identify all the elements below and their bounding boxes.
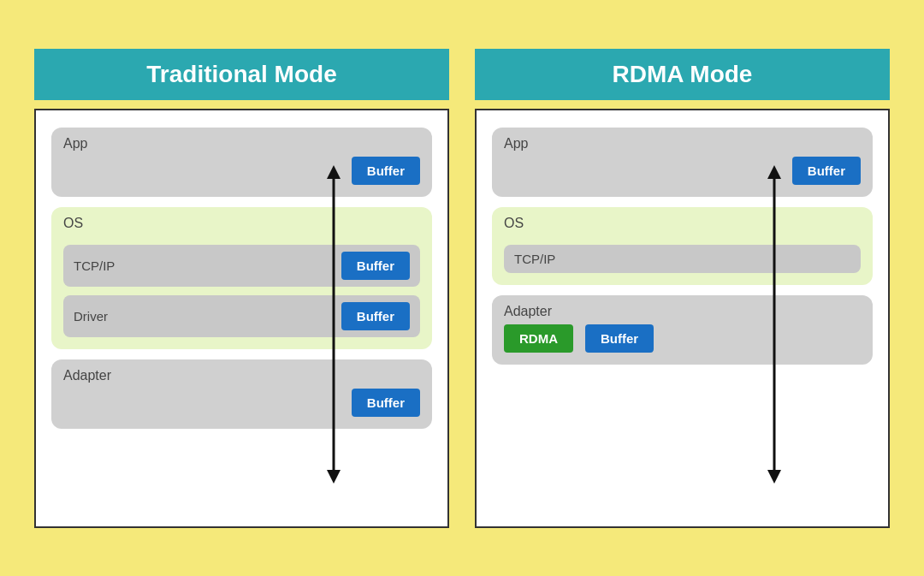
rdma-app-buffer: Buffer bbox=[792, 157, 861, 185]
rdma-tcpip-label: TCP/IP bbox=[514, 252, 555, 266]
rdma-os-label: OS bbox=[504, 216, 861, 231]
rdma-panel: RDMA Mode App Buffer bbox=[475, 49, 890, 528]
traditional-tcpip-layer: TCP/IP Buffer bbox=[63, 245, 420, 287]
traditional-adapter-row: Buffer bbox=[63, 389, 420, 417]
traditional-os-layer: OS TCP/IP Buffer Driver Buffer bbox=[51, 207, 432, 349]
rdma-title: RDMA Mode bbox=[475, 49, 890, 100]
traditional-driver-layer: Driver Buffer bbox=[63, 295, 420, 337]
svg-marker-4 bbox=[767, 470, 781, 484]
traditional-adapter-layer: Adapter Buffer bbox=[51, 359, 432, 429]
rdma-rdma-label: RDMA bbox=[504, 324, 573, 353]
traditional-adapter-buffer: Buffer bbox=[352, 389, 420, 417]
rdma-adapter-buffer: Buffer bbox=[585, 324, 654, 353]
traditional-driver-label: Driver bbox=[74, 309, 108, 324]
rdma-diagram-inner: App Buffer OS TCP/IP Adapter bbox=[492, 128, 873, 365]
traditional-tcpip-label: TCP/IP bbox=[74, 258, 115, 273]
svg-marker-1 bbox=[327, 470, 341, 484]
traditional-adapter-label: Adapter bbox=[63, 368, 420, 383]
rdma-adapter-layer: Adapter RDMA Buffer bbox=[492, 295, 873, 365]
traditional-app-label: App bbox=[63, 136, 420, 151]
traditional-app-layer: App Buffer bbox=[51, 128, 432, 197]
traditional-driver-buffer: Buffer bbox=[341, 302, 410, 330]
traditional-panel: Traditional Mode App Buffer bbox=[34, 49, 449, 528]
traditional-tcpip-buffer: Buffer bbox=[341, 252, 410, 280]
rdma-adapter-label: Adapter bbox=[504, 304, 861, 319]
rdma-diagram: App Buffer OS TCP/IP Adapter bbox=[475, 109, 890, 528]
traditional-app-buffer: Buffer bbox=[352, 157, 420, 185]
traditional-title: Traditional Mode bbox=[34, 49, 449, 100]
traditional-diagram-inner: App Buffer OS TCP/IP Buffer bbox=[51, 128, 432, 429]
rdma-os-layer: OS TCP/IP bbox=[492, 207, 873, 285]
main-container: Traditional Mode App Buffer bbox=[0, 32, 924, 545]
traditional-os-label: OS bbox=[63, 216, 420, 231]
traditional-app-row: Buffer bbox=[63, 157, 420, 185]
rdma-app-label: App bbox=[504, 136, 861, 151]
traditional-diagram: App Buffer OS TCP/IP Buffer bbox=[34, 109, 449, 528]
rdma-app-layer: App Buffer bbox=[492, 128, 873, 197]
rdma-app-row: Buffer bbox=[504, 157, 861, 185]
rdma-tcpip-layer: TCP/IP bbox=[504, 245, 861, 273]
rdma-adapter-row: RDMA Buffer bbox=[504, 324, 861, 353]
